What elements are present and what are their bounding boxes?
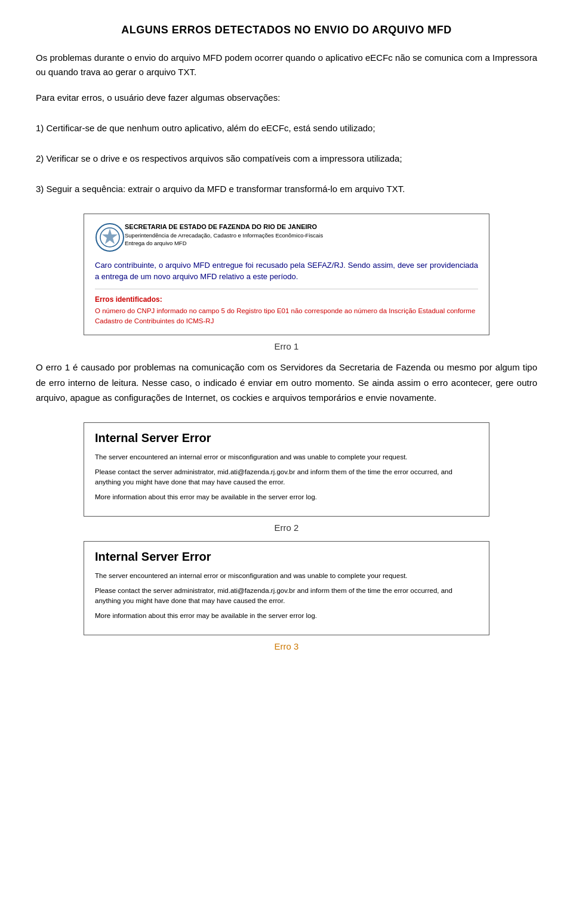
server-error-title-1: Internal Server Error — [95, 431, 478, 445]
sefaz-message: Caro contribuinte, o arquivo MFD entregu… — [95, 259, 478, 289]
server-error-line2-1: Please contact the server administrator,… — [95, 467, 478, 488]
page-title: ALGUNS ERROS DETECTADOS NO ENVIO DO ARQU… — [36, 24, 537, 36]
instructions-block: Para evitar erros, o usuário deve fazer … — [36, 90, 537, 197]
sefaz-org-sub: Superintendência de Arrecadação, Cadastr… — [125, 231, 323, 239]
sefaz-title-block: SECRETARIA DE ESTADO DE FAZENDA DO RIO D… — [125, 222, 323, 248]
server-error-line3-2: More information about this error may be… — [95, 611, 478, 621]
server-error-box-1: Internal Server Error The server encount… — [84, 422, 489, 517]
intro-paragraph: Os problemas durante o envio do arquivo … — [36, 51, 537, 79]
erro-detail-text: O número do CNPJ informado no campo 5 do… — [95, 306, 478, 327]
server-error-line3-1: More information about this error may be… — [95, 492, 478, 502]
instructions-intro: Para evitar erros, o usuário deve fazer … — [36, 90, 537, 106]
svg-marker-2 — [102, 228, 118, 244]
server-error-line1-2: The server encountered an internal error… — [95, 571, 478, 581]
erro2-label: Erro 2 — [36, 523, 537, 533]
server-error-box-2: Internal Server Error The server encount… — [84, 541, 489, 635]
sefaz-org-name: SECRETARIA DE ESTADO DE FAZENDA DO RIO D… — [125, 222, 323, 231]
instruction-3: 3) Seguir a sequência: extrair o arquivo… — [36, 181, 537, 197]
instruction-1: 1) Certificar-se de que nenhum outro apl… — [36, 120, 537, 136]
sefaz-error-box: SECRETARIA DE ESTADO DE FAZENDA DO RIO D… — [84, 214, 489, 336]
sefaz-logo-icon — [95, 222, 125, 252]
server-error-title-2: Internal Server Error — [95, 550, 478, 564]
sefaz-header: SECRETARIA DE ESTADO DE FAZENDA DO RIO D… — [95, 222, 478, 252]
instruction-2: 2) Verificar se o drive e os respectivos… — [36, 151, 537, 166]
erro1-label: Erro 1 — [36, 341, 537, 351]
server-error-line1-1: The server encountered an internal error… — [95, 452, 478, 462]
erro1-description: O erro 1 é causado por problemas na comu… — [36, 360, 537, 406]
erro3-label: Erro 3 — [36, 641, 537, 651]
server-error-line2-2: Please contact the server administrator,… — [95, 586, 478, 607]
sefaz-delivery: Entrega do arquivo MFD — [125, 239, 323, 247]
erros-label: Erros identificados: — [95, 295, 478, 304]
